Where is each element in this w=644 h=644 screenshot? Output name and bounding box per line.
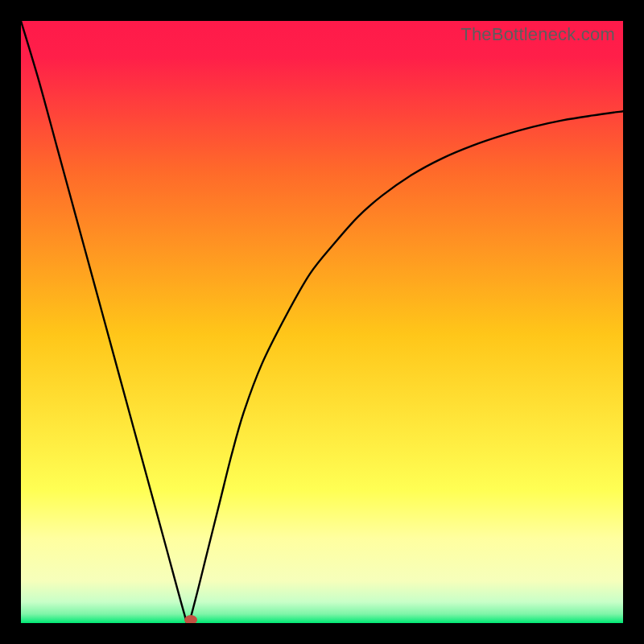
chart-frame: TheBottleneck.com [0, 0, 644, 644]
plot-area: TheBottleneck.com [21, 21, 623, 623]
gradient-background [21, 21, 623, 623]
watermark-text: TheBottleneck.com [460, 24, 615, 45]
optimal-point-marker [184, 615, 197, 624]
gradient-rect [21, 21, 623, 623]
